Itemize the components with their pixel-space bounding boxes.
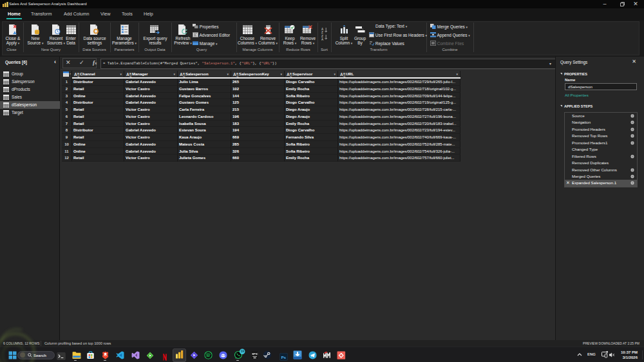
svg-text:A: A — [321, 28, 324, 31]
svg-text:EPIC: EPIC — [252, 352, 258, 356]
svg-text:Ps: Ps — [281, 354, 286, 359]
svg-text:Z: Z — [321, 35, 323, 38]
svg-text:A: A — [321, 38, 324, 41]
